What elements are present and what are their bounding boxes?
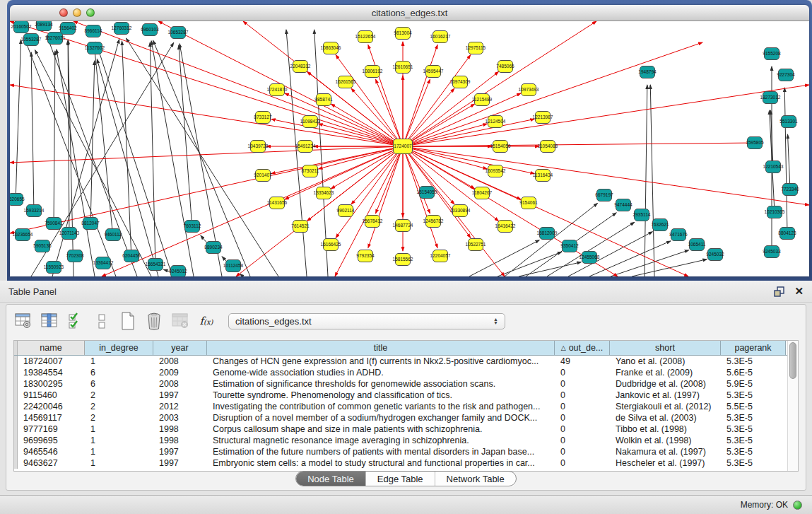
graph-node-teal[interactable]: 15276021 bbox=[45, 33, 66, 45]
table-cell-short[interactable]: Stergiakouli et al. (2012) bbox=[610, 401, 721, 412]
table-cell-name[interactable]: 22420046 bbox=[18, 401, 85, 412]
table-cell-in_degree[interactable]: 1 bbox=[85, 356, 153, 367]
table-cell-out_de[interactable]: 0 bbox=[555, 401, 610, 412]
close-window-icon[interactable] bbox=[59, 8, 68, 17]
graph-node-teal[interactable]: 2089134 bbox=[35, 21, 53, 31]
table-cell-year[interactable]: 1997 bbox=[153, 390, 207, 401]
table-cell-short[interactable]: Tibbo et al. (1998) bbox=[610, 424, 721, 435]
show-columns-icon[interactable] bbox=[40, 311, 59, 331]
graph-node-yellow[interactable]: 10439728 bbox=[248, 141, 269, 153]
table-cell-title[interactable]: Investigating the contribution of common… bbox=[207, 401, 555, 412]
select-all-columns-icon[interactable] bbox=[66, 311, 86, 331]
table-cell-year[interactable]: 2003 bbox=[153, 412, 207, 424]
graph-node-yellow[interactable]: 9858741 bbox=[314, 94, 333, 106]
table-cell-in_degree[interactable]: 6 bbox=[85, 378, 153, 390]
table-cell-title[interactable]: Tourette syndrome. Phenomenology and cla… bbox=[207, 390, 555, 401]
table-cell-short[interactable]: Franke et al. (2009) bbox=[610, 367, 721, 378]
graph-node-yellow[interactable]: 11804267 bbox=[472, 187, 493, 199]
graph-node-yellow[interactable]: 16166425 bbox=[321, 239, 341, 251]
citation-edge-red[interactable] bbox=[351, 88, 403, 146]
citation-edge-black[interactable] bbox=[784, 88, 787, 233]
graph-node-teal[interactable]: 10653287 bbox=[168, 27, 189, 39]
table-cell-in_degree[interactable]: 2 bbox=[85, 390, 153, 401]
graph-node-teal[interactable]: 2620655 bbox=[10, 194, 25, 206]
table-mode-icon[interactable] bbox=[13, 311, 33, 331]
table-cell-out_de[interactable]: 0 bbox=[555, 435, 610, 446]
table-cell-year[interactable]: 1997 bbox=[153, 446, 207, 457]
graph-node-yellow[interactable]: 10330894 bbox=[450, 205, 471, 217]
table-cell-pagerank[interactable]: 5.3E-5 bbox=[721, 446, 786, 457]
column-header-year[interactable]: year bbox=[153, 341, 207, 355]
graph-node-teal[interactable]: 9156402 bbox=[59, 23, 77, 35]
citation-edge-black[interactable] bbox=[31, 52, 34, 214]
graph-node-teal[interactable]: 7590841 bbox=[45, 218, 63, 230]
table-cell-name[interactable]: 19384554 bbox=[18, 367, 85, 378]
table-cell-pagerank[interactable]: 5.3E-5 bbox=[721, 412, 786, 424]
table-cell-title[interactable]: Corpus callosum shape and size in male p… bbox=[207, 424, 555, 435]
graph-node-teal[interactable]: 16654321 bbox=[146, 259, 166, 271]
graph-node-yellow[interactable]: 9201407 bbox=[254, 170, 272, 182]
citation-edge-black[interactable] bbox=[645, 85, 647, 276]
delete-column-icon[interactable] bbox=[144, 311, 164, 331]
table-cell-title[interactable]: Changes of HCN gene expression and I(f) … bbox=[207, 356, 555, 367]
citation-edge-red[interactable] bbox=[331, 104, 403, 146]
citation-edge-black[interactable] bbox=[179, 45, 192, 229]
graph-node-yellow[interactable]: 12610651 bbox=[393, 62, 413, 74]
graph-node-teal[interactable]: 1595805 bbox=[746, 137, 764, 149]
graph-node-teal[interactable]: 8804123 bbox=[778, 228, 796, 240]
unselect-all-columns-icon[interactable] bbox=[92, 311, 112, 331]
citation-edge-red[interactable] bbox=[403, 143, 755, 146]
graph-node-teal[interactable]: 9155208 bbox=[763, 48, 781, 60]
scrollbar-thumb[interactable] bbox=[789, 342, 796, 379]
graph-node-yellow[interactable]: 10522751 bbox=[466, 239, 486, 251]
graph-node-teal[interactable]: 16812009 bbox=[537, 228, 558, 240]
table-cell-name[interactable]: 9465546 bbox=[18, 446, 85, 457]
graph-node-teal[interactable]: 12455068 bbox=[579, 252, 600, 264]
table-cell-year[interactable]: 2012 bbox=[153, 401, 207, 412]
graph-node-yellow[interactable]: 11215489 bbox=[472, 94, 493, 106]
graph-node-teal[interactable]: 20160502 bbox=[11, 21, 32, 33]
table-cell-short[interactable]: Yano et al. (2008) bbox=[610, 356, 721, 367]
graph-node-teal[interactable]: 9350412 bbox=[560, 240, 579, 252]
citation-edge-red[interactable] bbox=[403, 45, 437, 146]
graph-node-yellow[interactable]: 22048312 bbox=[290, 61, 311, 73]
graph-node-yellow[interactable]: 15678412 bbox=[363, 216, 383, 228]
table-cell-out_de[interactable]: 49 bbox=[555, 356, 610, 367]
graph-node-teal[interactable]: 7603112 bbox=[184, 221, 201, 233]
graph-node-yellow[interactable]: 15491234 bbox=[295, 141, 316, 153]
table-row[interactable]: 946362711997Embryonic stem cells: a mode… bbox=[14, 457, 787, 469]
table-cell-pagerank[interactable]: 5.5E-5 bbox=[721, 401, 786, 412]
citation-edge-black[interactable] bbox=[240, 274, 243, 276]
table-row[interactable]: 969969511998Structural magnetic resonanc… bbox=[14, 435, 787, 446]
graph-node-yellow[interactable]: 11054088 bbox=[538, 141, 558, 153]
graph-node-teal[interactable]: 10112458 bbox=[223, 260, 244, 272]
citation-edge-red[interactable] bbox=[236, 146, 403, 276]
table-cell-title[interactable]: Disruption of a novel member of a sodium… bbox=[207, 412, 555, 424]
close-panel-icon[interactable]: ✕ bbox=[794, 286, 804, 296]
table-cell-in_degree[interactable]: 2 bbox=[85, 401, 153, 412]
graph-node-teal[interactable]: 7632621 bbox=[651, 219, 669, 231]
table-cell-title[interactable]: Embryonic stem cells: a model to study s… bbox=[207, 457, 555, 469]
citation-edge-black[interactable] bbox=[94, 44, 113, 238]
graph-node-teal[interactable]: 15154059 bbox=[417, 187, 437, 199]
graph-node-teal[interactable]: 8890234 bbox=[204, 242, 223, 254]
graph-node-teal[interactable]: 9245033 bbox=[763, 246, 781, 258]
tab-edge-table[interactable]: Edge Table bbox=[365, 472, 435, 486]
graph-node-yellow[interactable]: 11431656 bbox=[267, 197, 288, 209]
table-row[interactable]: 1830029562008Estimation of significance … bbox=[14, 378, 787, 390]
table-cell-in_degree[interactable]: 6 bbox=[85, 367, 153, 378]
citation-edge-red[interactable] bbox=[243, 21, 403, 146]
graph-node-yellow[interactable]: 16261565 bbox=[336, 76, 356, 88]
graph-node-yellow[interactable]: 9154061 bbox=[519, 197, 538, 209]
table-cell-year[interactable]: 1998 bbox=[153, 435, 207, 446]
table-cell-name[interactable]: 9777169 bbox=[18, 424, 85, 435]
graph-node-yellow[interactable]: 9813004 bbox=[394, 28, 412, 40]
citation-edge-black[interactable] bbox=[35, 50, 151, 276]
table-row[interactable]: 977716911998Corpus callosum shape and si… bbox=[14, 424, 787, 435]
graph-node-teal[interactable]: 8471676 bbox=[669, 229, 688, 241]
graph-node-yellow[interactable]: 14595447 bbox=[423, 66, 444, 78]
graph-node-yellow[interactable]: 10973493 bbox=[519, 84, 539, 96]
table-cell-year[interactable]: 2008 bbox=[153, 378, 207, 390]
table-cell-pagerank[interactable]: 5.9E-5 bbox=[721, 378, 786, 390]
table-cell-out_de[interactable]: 0 bbox=[555, 390, 610, 401]
